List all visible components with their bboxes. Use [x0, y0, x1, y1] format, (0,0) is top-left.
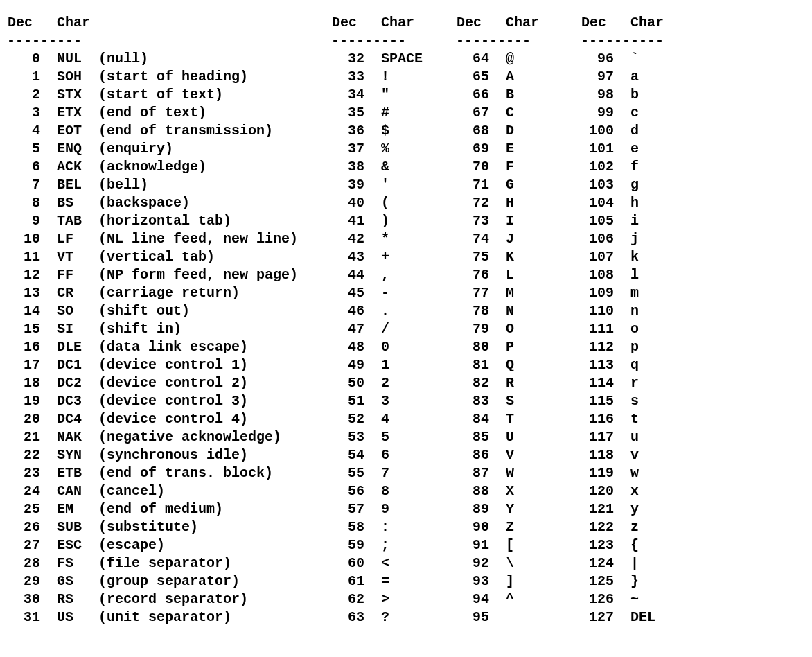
char-value: US: [57, 608, 90, 627]
char-value: FF: [57, 266, 90, 284]
ascii-row: 59;: [331, 536, 431, 554]
ascii-row: 41): [331, 212, 431, 230]
char-value: >: [381, 590, 431, 608]
ascii-row: 127DEL: [581, 608, 680, 627]
char-value: [: [506, 536, 556, 554]
char-value: DC2: [57, 374, 90, 392]
dec-value: 127: [581, 608, 614, 627]
ascii-row: 24CAN(cancel): [7, 482, 306, 500]
header-char: Char: [381, 14, 414, 32]
char-value: \: [506, 554, 556, 572]
ascii-row: 14SO(shift out): [7, 302, 306, 320]
char-value: C: [506, 104, 556, 122]
dec-value: 108: [581, 266, 614, 284]
char-description: (device control 3): [98, 392, 306, 410]
char-value: `: [630, 50, 680, 68]
dec-value: 35: [331, 104, 364, 122]
ascii-row: 63?: [331, 608, 431, 627]
dec-value: 97: [581, 68, 614, 86]
char-description: (horizontal tab): [98, 212, 306, 230]
dec-value: 14: [7, 302, 40, 320]
char-value: a: [630, 68, 680, 86]
ascii-column-1: DecChar---------32SPACE33!34"35#36$37%38…: [331, 14, 431, 627]
char-description: (device control 2): [98, 374, 306, 392]
char-description: (enquiry): [98, 140, 306, 158]
dec-value: 111: [581, 320, 614, 338]
dec-value: 89: [456, 500, 489, 518]
ascii-row: 126~: [581, 590, 680, 608]
dec-value: 125: [581, 572, 614, 590]
char-value: m: [630, 284, 680, 302]
char-value: SI: [57, 320, 90, 338]
dec-value: 29: [7, 572, 40, 590]
dec-value: 82: [456, 374, 489, 392]
ascii-row: 76L: [456, 266, 556, 284]
char-description: (unit separator): [98, 608, 306, 627]
dec-value: 102: [581, 158, 614, 176]
ascii-row: 25EM(end of medium): [7, 500, 306, 518]
dec-value: 85: [456, 428, 489, 446]
char-value: ,: [381, 266, 431, 284]
char-description: (shift in): [98, 320, 306, 338]
ascii-row: 1SOH(start of heading): [7, 68, 306, 86]
char-value: 1: [381, 356, 431, 374]
dec-value: 25: [7, 500, 40, 518]
ascii-row: 47/: [331, 320, 431, 338]
ascii-row: 121y: [581, 500, 680, 518]
char-value: W: [506, 464, 556, 482]
ascii-row: 13CR(carriage return): [7, 284, 306, 302]
ascii-table: DecChar---------0NUL(null)1SOH(start of …: [7, 14, 805, 627]
char-value: I: [506, 212, 556, 230]
header-dec: Dec: [581, 14, 614, 32]
char-value: ': [381, 176, 431, 194]
ascii-row: 60<: [331, 554, 431, 572]
ascii-row: 21NAK(negative acknowledge): [7, 428, 306, 446]
dec-value: 124: [581, 554, 614, 572]
ascii-row: 6ACK(acknowledge): [7, 158, 306, 176]
ascii-column-3: DecChar----------96`97a98b99c100d101e102…: [581, 14, 680, 627]
dec-value: 109: [581, 284, 614, 302]
dec-value: 6: [7, 158, 40, 176]
char-description: (file separator): [98, 554, 306, 572]
char-description: (group separator): [98, 572, 306, 590]
ascii-row: 80P: [456, 338, 556, 356]
ascii-row: 124|: [581, 554, 680, 572]
char-value: /: [381, 320, 431, 338]
char-value: d: [630, 122, 680, 140]
ascii-row: 111o: [581, 320, 680, 338]
dec-value: 37: [331, 140, 364, 158]
dec-value: 13: [7, 284, 40, 302]
char-value: q: [630, 356, 680, 374]
ascii-row: 114r: [581, 374, 680, 392]
ascii-row: 17DC1(device control 1): [7, 356, 306, 374]
char-value: &: [381, 158, 431, 176]
header-rule: ---------: [456, 32, 556, 50]
char-value: Q: [506, 356, 556, 374]
char-value: BS: [57, 194, 90, 212]
char-value: GS: [57, 572, 90, 590]
dec-value: 74: [456, 230, 489, 248]
char-value: p: [630, 338, 680, 356]
char-value: L: [506, 266, 556, 284]
dec-value: 93: [456, 572, 489, 590]
ascii-row: 557: [331, 464, 431, 482]
ascii-row: 32SPACE: [331, 50, 431, 68]
char-value: R: [506, 374, 556, 392]
dec-value: 126: [581, 590, 614, 608]
dec-value: 118: [581, 446, 614, 464]
char-description: (cancel): [98, 482, 306, 500]
ascii-row: 70F: [456, 158, 556, 176]
dec-value: 8: [7, 194, 40, 212]
dec-value: 110: [581, 302, 614, 320]
char-value: +: [381, 248, 431, 266]
ascii-row: 546: [331, 446, 431, 464]
ascii-row: 109m: [581, 284, 680, 302]
dec-value: 9: [7, 212, 40, 230]
char-value: y: [630, 500, 680, 518]
char-value: 6: [381, 446, 431, 464]
dec-value: 50: [331, 374, 364, 392]
dec-value: 12: [7, 266, 40, 284]
ascii-row: 491: [331, 356, 431, 374]
char-value: T: [506, 410, 556, 428]
char-value: DLE: [57, 338, 90, 356]
